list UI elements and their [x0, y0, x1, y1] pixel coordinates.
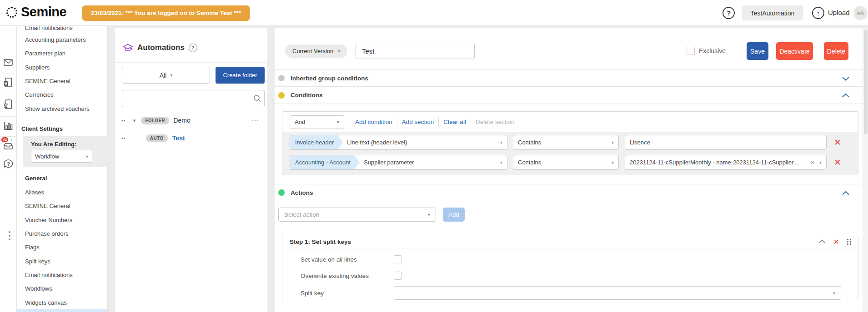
- add-action-button[interactable]: Add: [443, 208, 465, 222]
- conditions-section-header[interactable]: Conditions: [275, 87, 863, 104]
- condition-field-select[interactable]: Accounting - Account Supplier parameter …: [290, 155, 507, 170]
- step-field-row: Set value on all lines: [282, 253, 858, 266]
- tree-item-label[interactable]: Demo: [173, 117, 190, 124]
- client-settings-header: Client Settings: [21, 125, 63, 132]
- split-key-select[interactable]: ▾: [394, 286, 841, 300]
- operator-select[interactable]: And ▾: [290, 115, 344, 129]
- chevron-down-icon[interactable]: [842, 75, 850, 83]
- actions-section-header[interactable]: Actions: [275, 184, 863, 201]
- upload-label[interactable]: Upload: [828, 9, 850, 16]
- chevron-down-icon: ▾: [500, 140, 502, 145]
- save-button[interactable]: Save: [747, 42, 768, 60]
- version-select[interactable]: Current Version ▾: [285, 45, 347, 58]
- select-action-dropdown[interactable]: Select action ▾: [278, 208, 436, 222]
- chevron-down-icon: ▾: [833, 291, 835, 296]
- condition-operator-select[interactable]: Contains ▾: [513, 155, 619, 170]
- sidebar-item-flags[interactable]: Flags: [25, 244, 40, 251]
- sidebar-item-semine-general[interactable]: SEMINE General: [25, 203, 70, 209]
- sidebar-item-parameter-plan[interactable]: Parameter plan: [25, 50, 65, 57]
- sidebar-resize-handle[interactable]: [9, 231, 10, 240]
- collapse-caret-icon[interactable]: ▾: [133, 118, 136, 124]
- drag-handle-icon[interactable]: ••: [121, 118, 126, 123]
- collapse-step-icon[interactable]: [818, 238, 826, 246]
- reports-chart-icon[interactable]: [0, 120, 16, 131]
- clear-all-link[interactable]: Clear all: [443, 119, 466, 125]
- sidebar-item-semine-general-top[interactable]: SEMINE General: [25, 78, 70, 84]
- remove-condition-icon[interactable]: ✕: [834, 138, 841, 147]
- conditions-group-box: And ▾ Add condition Add section Clear al…: [282, 111, 858, 175]
- category-tag: Accounting - Account: [290, 155, 360, 169]
- sidebar-item-show-archived-vouchers[interactable]: Show archived vouchers: [25, 105, 90, 112]
- tree-row-folder-demo[interactable]: •• ▾ FOLDER Demo ⋯: [115, 114, 267, 127]
- automation-name-input[interactable]: [356, 43, 475, 59]
- chevron-down-icon: ▾: [170, 73, 172, 78]
- row-menu-icon[interactable]: ⋯: [251, 116, 259, 125]
- sidebar-item-general[interactable]: General: [25, 175, 47, 182]
- automations-search-input[interactable]: [122, 90, 265, 107]
- add-section-link[interactable]: Add section: [402, 119, 434, 125]
- accounting-document-icon[interactable]: [0, 77, 16, 89]
- drag-handle-icon[interactable]: ••: [121, 135, 126, 141]
- delete-button[interactable]: Delete: [824, 42, 848, 60]
- purchase-document-icon[interactable]: [0, 99, 16, 110]
- automations-title: Automations: [137, 43, 185, 52]
- editing-mode-select[interactable]: Workflow ▾: [31, 150, 92, 163]
- sidebar-item-selected-clipped[interactable]: [17, 309, 107, 312]
- condition-field-select[interactable]: Invoice header Line text (header level) …: [290, 135, 507, 150]
- create-folder-button[interactable]: Create folder: [216, 67, 265, 84]
- remove-step-icon[interactable]: ✕: [833, 238, 839, 246]
- action-step-box: Step 1: Set split keys ✕ Set value on al…: [282, 235, 858, 300]
- semine-logo-icon: [6, 7, 17, 18]
- sidebar-item-widgets-canvas[interactable]: Widgets canvas: [25, 299, 67, 306]
- chevron-down-icon: ▾: [337, 119, 339, 124]
- app-root: Semine 23/03/2021: *** You are logged on…: [0, 0, 868, 312]
- automations-help-icon[interactable]: ?: [189, 44, 197, 52]
- upload-icon[interactable]: ↑: [812, 7, 824, 19]
- main-scrollbar-thumb[interactable]: [864, 30, 868, 134]
- add-condition-link[interactable]: Add condition: [355, 119, 392, 125]
- support-chat-icon[interactable]: ?: [0, 158, 16, 170]
- sidebar-item-currencies[interactable]: Currencies: [25, 91, 54, 98]
- chevron-up-icon[interactable]: [842, 189, 850, 198]
- condition-value-select[interactable]: 20231124-11-cSupplierMonthly - name-2023…: [625, 155, 827, 170]
- divider: [471, 117, 471, 127]
- auto-badge: AUTO: [146, 134, 168, 142]
- sidebar-item-voucher-numbers[interactable]: Voucher Numbers: [25, 217, 72, 223]
- sidebar-item-accounting-parameters[interactable]: Accounting parameters: [25, 36, 86, 43]
- mail-icon[interactable]: [0, 57, 16, 68]
- step-drag-handle-icon[interactable]: [847, 239, 852, 245]
- clear-value-icon[interactable]: ✕: [810, 159, 815, 166]
- overwrite-checkbox[interactable]: [394, 272, 402, 280]
- icon-rail: V2 ↓ ?: [0, 26, 17, 312]
- automations-icon: [122, 42, 133, 53]
- topbar: Semine 23/03/2021: *** You are logged on…: [0, 0, 868, 26]
- sidebar-item-aliases[interactable]: Aliases: [25, 189, 44, 196]
- tree-row-auto-test[interactable]: •• AUTO Test: [115, 131, 267, 145]
- condition-operator-select[interactable]: Contains ▾: [513, 135, 619, 150]
- sidebar-item-workflows[interactable]: Workflows: [25, 285, 52, 292]
- exclusive-checkbox[interactable]: [687, 47, 695, 55]
- editing-label: You Are Editing:: [31, 141, 76, 148]
- automations-filter-select[interactable]: All ▾: [122, 67, 210, 84]
- set-value-checkbox[interactable]: [394, 255, 402, 263]
- inherited-conditions-section-header[interactable]: Inherited group conditions: [275, 69, 863, 87]
- user-avatar[interactable]: HA: [853, 6, 868, 20]
- semine-logo[interactable]: Semine: [6, 5, 66, 20]
- sidebar-item-purchase-orders[interactable]: Purchase orders: [25, 230, 68, 237]
- sidebar-item-suppliers[interactable]: Suppliers: [25, 64, 50, 71]
- sidebar-item-split-keys[interactable]: Split keys: [25, 258, 50, 265]
- brand-name: Semine: [21, 5, 66, 20]
- tree-item-label-selected[interactable]: Test: [172, 134, 185, 142]
- sidebar-item-email-notifications[interactable]: Email notifications: [25, 272, 73, 278]
- automation-editor-panel: Current Version ▾ Exclusive Save Deactiv…: [275, 28, 868, 312]
- client-selector-button[interactable]: TestAutomation: [742, 5, 803, 20]
- inbox-v2-icon[interactable]: V2 ↓: [0, 140, 16, 153]
- deactivate-button[interactable]: Deactivate: [776, 42, 813, 60]
- condition-value-input[interactable]: Lisence: [625, 135, 827, 150]
- help-icon[interactable]: ?: [722, 7, 735, 19]
- conditions-rows: Invoice header Line text (header level) …: [282, 132, 858, 175]
- remove-condition-icon[interactable]: ✕: [834, 158, 841, 167]
- chevron-up-icon[interactable]: [842, 92, 850, 100]
- settings-sidebar: Email notifications Accounting parameter…: [17, 26, 108, 312]
- chevron-down-icon: ▾: [338, 49, 340, 54]
